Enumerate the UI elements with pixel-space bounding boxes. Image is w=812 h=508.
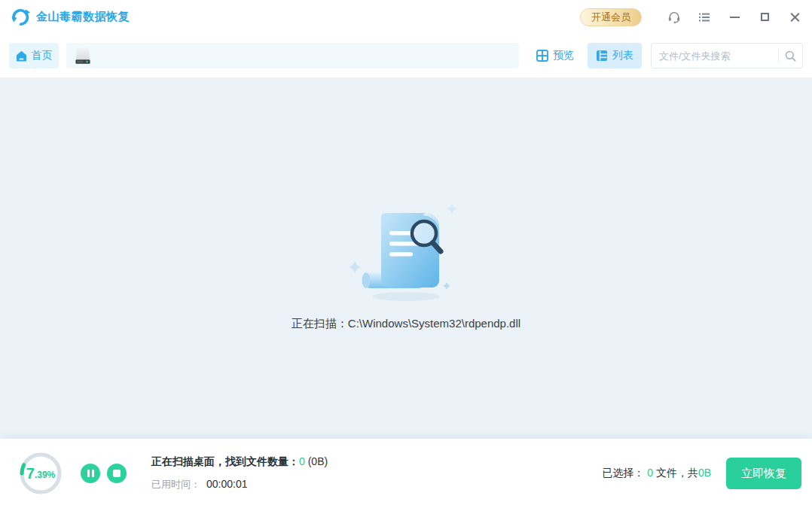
view-preview-button[interactable]: 预览 — [528, 43, 582, 68]
titlebar-icons — [651, 11, 801, 24]
elapsed-value: 00:00:01 — [206, 478, 248, 490]
search-icon — [785, 50, 796, 62]
vip-upgrade-button[interactable]: 开通会员 — [580, 8, 642, 26]
recover-now-button[interactable]: 立即恢复 — [726, 458, 801, 489]
found-count: 0 — [299, 455, 305, 467]
support-headset-icon[interactable] — [667, 11, 681, 24]
maximize-button[interactable] — [758, 11, 771, 24]
selected-count: 0 — [647, 467, 653, 479]
grid-preview-icon — [536, 50, 548, 62]
home-icon — [16, 50, 27, 62]
scan-status-block: 正在扫描桌面，找到文件数量：0 (0B) 已用时间：00:00:01 — [151, 455, 328, 491]
search-input[interactable] — [652, 50, 778, 62]
app-window: 金山毒霸数据恢复 开通会员 — [0, 0, 812, 508]
scanning-path: C:\Windows\System32\rdpendp.dll — [348, 317, 520, 330]
list-view-icon — [596, 50, 608, 62]
minimize-button[interactable] — [728, 11, 741, 24]
elapsed-time-line: 已用时间：00:00:01 — [151, 478, 328, 491]
drive-icon — [74, 46, 92, 65]
selected-size: 0B — [698, 467, 711, 479]
progress-percent-int: 7 — [26, 465, 35, 482]
titlebar: 金山毒霸数据恢复 开通会员 — [0, 0, 812, 34]
selection-summary: 已选择： 0 文件，共0B — [602, 467, 711, 480]
progress-percent-frac: .39% — [35, 470, 55, 480]
search-submit[interactable] — [778, 48, 802, 63]
scan-status-line: 正在扫描桌面，找到文件数量：0 (0B) — [151, 455, 328, 469]
home-label: 首页 — [32, 49, 53, 62]
scan-area: 正在扫描：C:\Windows\System32\rdpendp.dll — [0, 78, 812, 439]
search-box — [651, 43, 803, 68]
progress-ring: 7.39% — [20, 452, 62, 494]
vip-upgrade-label: 开通会员 — [591, 11, 630, 24]
scanning-illustration — [346, 198, 466, 303]
menu-icon[interactable] — [698, 11, 711, 24]
view-list-label: 列表 — [612, 49, 633, 62]
scan-status-text: 正在扫描桌面，找到文件数量： — [151, 455, 299, 467]
app-logo-icon — [11, 7, 31, 27]
close-icon — [790, 12, 800, 22]
found-size: (0B) — [305, 455, 328, 467]
app-title: 金山毒霸数据恢复 — [36, 10, 130, 24]
minimize-icon — [730, 17, 740, 18]
view-list-button[interactable]: 列表 — [588, 43, 642, 68]
pause-icon — [87, 470, 94, 477]
home-button[interactable]: 首页 — [9, 43, 59, 68]
breadcrumb[interactable] — [66, 43, 519, 68]
view-preview-label: 预览 — [553, 49, 574, 62]
progress-percent: 7.39% — [20, 452, 62, 494]
elapsed-label: 已用时间： — [151, 479, 200, 490]
footer-bar: 7.39% 正在扫描桌面，找到文件数量：0 (0B) 已用时间：00:00:01… — [0, 439, 812, 508]
pause-button[interactable] — [81, 464, 100, 483]
selected-unit: 文件，共 — [656, 467, 698, 479]
scanning-status-line: 正在扫描：C:\Windows\System32\rdpendp.dll — [292, 317, 520, 331]
scanning-label: 正在扫描： — [292, 317, 348, 330]
selected-label: 已选择： — [602, 467, 644, 479]
stop-button[interactable] — [107, 464, 127, 483]
close-button[interactable] — [788, 11, 801, 24]
stop-icon — [113, 470, 121, 477]
toolbar: 首页 预览 — [0, 34, 812, 78]
maximize-icon — [761, 13, 769, 21]
